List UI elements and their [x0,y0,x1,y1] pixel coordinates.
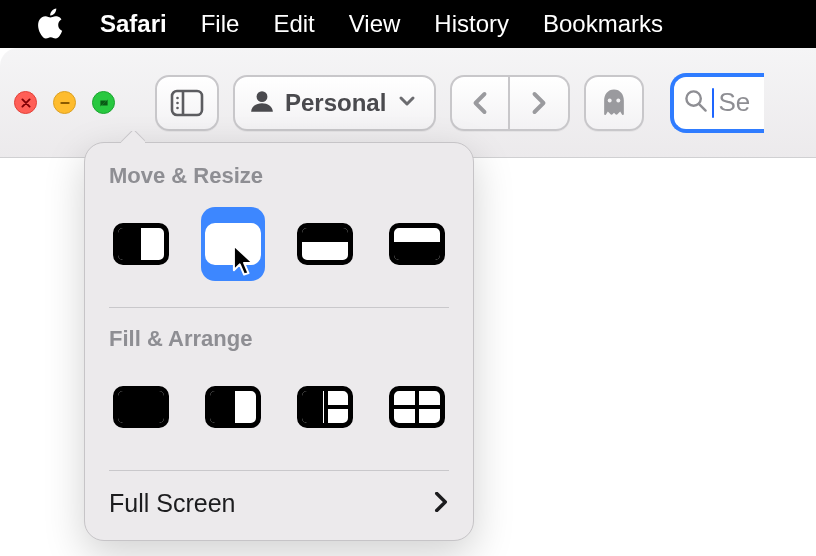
chevron-right-icon [433,492,449,516]
minimize-window-button[interactable] [53,91,76,114]
person-icon [249,88,275,118]
svg-point-2 [176,96,179,99]
tile-arrange-left-right[interactable] [201,370,265,444]
apple-logo-icon[interactable] [36,8,66,40]
menubar: Safari File Edit View History Bookmarks [0,0,816,48]
full-screen-row[interactable]: Full Screen [85,489,473,540]
menubar-item-history[interactable]: History [434,10,509,38]
chevron-down-icon [398,92,416,114]
back-button[interactable] [450,75,510,131]
move-resize-header: Move & Resize [85,163,473,201]
tile-snap-bottom[interactable] [385,207,449,281]
search-placeholder: Se [718,87,750,118]
address-search-field[interactable]: Se [670,73,764,133]
svg-point-7 [617,98,621,102]
extension-ghost-button[interactable] [584,75,644,131]
sidebar-toggle-button[interactable] [155,75,219,131]
tile-snap-left[interactable] [109,207,173,281]
tile-fill-screen[interactable] [109,370,173,444]
divider [109,470,449,471]
zoom-window-button[interactable] [92,91,115,114]
svg-point-6 [608,98,612,102]
text-caret [712,88,714,118]
svg-point-8 [687,91,701,105]
menubar-app-name[interactable]: Safari [100,10,167,38]
svg-point-4 [176,106,179,109]
svg-line-9 [700,104,706,110]
menubar-item-file[interactable]: File [201,10,240,38]
fill-arrange-header: Fill & Arrange [85,326,473,364]
menubar-item-bookmarks[interactable]: Bookmarks [543,10,663,38]
forward-button[interactable] [510,75,570,131]
move-resize-grid [85,201,473,301]
menubar-item-view[interactable]: View [349,10,401,38]
popover-arrow [121,131,145,143]
tile-snap-right[interactable] [201,207,265,281]
tile-arrange-three[interactable] [293,370,357,444]
tile-arrange-quadrants[interactable] [385,370,449,444]
traffic-lights [14,91,115,114]
profile-label: Personal [285,89,386,117]
fill-arrange-grid [85,364,473,464]
nav-group [450,75,570,131]
profile-selector-button[interactable]: Personal [233,75,436,131]
svg-point-5 [257,91,268,102]
divider [109,307,449,308]
menubar-item-edit[interactable]: Edit [273,10,314,38]
search-icon [684,89,708,117]
close-window-button[interactable] [14,91,37,114]
full-screen-label: Full Screen [109,489,235,518]
svg-point-3 [176,101,179,104]
window-tiling-popover: Move & Resize Fill & Arrange Full Screen [84,142,474,541]
tile-snap-top[interactable] [293,207,357,281]
